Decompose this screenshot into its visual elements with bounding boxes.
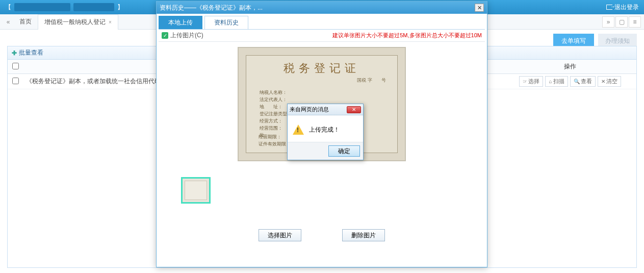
modal-close-button[interactable]: ✕ (475, 4, 484, 12)
alert-message: 上传完成！ (309, 126, 340, 134)
thumbnail[interactable] (181, 177, 211, 204)
alert-ok-button[interactable]: 确定 (328, 145, 360, 157)
tab-local-upload[interactable]: 本地上传 (159, 16, 202, 29)
tab-material-history[interactable]: 资料历史 (204, 16, 248, 29)
check-icon: ✓ (162, 32, 168, 39)
cert-sub: 国税 字 号 (252, 77, 386, 84)
upload-hint: 建议单张图片大小不要超过5M,多张图片总大小不要超过10M (332, 32, 482, 39)
upload-label[interactable]: 上传图片(C) (170, 31, 203, 40)
cert-title: 税务登记证 (252, 61, 391, 76)
alert-close-button[interactable]: ✕ (347, 106, 361, 113)
material-history-modal: 资料历史——《税务登记证》副本，... ✕ 本地上传 资料历史 ✓ 上传图片(C… (156, 1, 487, 267)
select-image-button[interactable]: 选择图片 (259, 229, 301, 241)
warning-icon (293, 125, 304, 135)
cert-bottom: 经营期限： 证件有效期限： (259, 133, 291, 147)
alert-title-text: 来自网页的消息 (290, 106, 329, 113)
alert-dialog: 来自网页的消息 ✕ 上传完成！ 确定 (287, 104, 364, 160)
modal-title-text: 资料历史——《税务登记证》副本，... (160, 4, 263, 12)
modal-backdrop: 资料历史——《税务登记证》副本，... ✕ 本地上传 资料历史 ✓ 上传图片(C… (0, 0, 644, 273)
delete-image-button[interactable]: 删除图片 (342, 229, 385, 241)
